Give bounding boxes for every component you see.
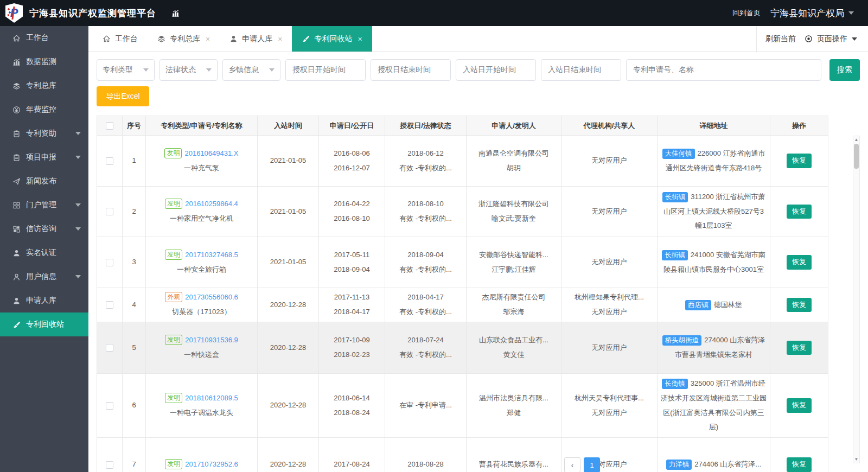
restore-button[interactable]: 恢复	[787, 341, 812, 355]
sidebar-item-label: 实名认证	[26, 248, 56, 258]
patent-number-link[interactable]: 201710327468.5	[185, 251, 238, 259]
row-checkbox[interactable]	[106, 402, 113, 410]
filter-input-keyword[interactable]: 专利申请号、名称	[626, 59, 821, 81]
legal-status: 有效 -专利权的...	[388, 212, 463, 226]
sidebar-item-新闻发布[interactable]: 新闻发布	[0, 169, 88, 193]
select-all-checkbox[interactable]	[106, 122, 113, 130]
applicant-cell: 杰尼斯有限责任公司邬宗海	[467, 288, 561, 322]
patent-cell: 发明201610649431.X一种充气泵	[146, 136, 258, 187]
table-wrap: 序号专利类型/申请号/专利名称入站时间申请日/公开日授权日/法律状态申请人/发明…	[97, 116, 860, 472]
sidebar-item-年费监控[interactable]: 年费监控	[0, 98, 88, 122]
scroll-down-arrow-icon[interactable]: ▼	[853, 456, 859, 463]
address-cell: 长街镇241000 安徽省芜湖市南陵县籍山镇市民服务中心3001室	[658, 237, 770, 288]
tab-工作台[interactable]: 工作台	[93, 26, 148, 52]
chevron-down-icon	[75, 132, 81, 135]
patent-number-link[interactable]: 201610259864.4	[185, 200, 238, 208]
scroll-up-arrow-icon[interactable]: ▲	[853, 136, 859, 143]
index-cell: 3	[123, 237, 146, 288]
agency: 杭州橙知果专利代理...	[565, 290, 654, 305]
patent-type-badge: 发明	[165, 393, 182, 403]
patent-number-link[interactable]: 201730556060.6	[185, 293, 238, 301]
pagination-page-button[interactable]: 1	[584, 457, 600, 472]
column-header: 序号	[123, 116, 146, 136]
restore-button[interactable]: 恢复	[787, 398, 812, 413]
back-to-home-link[interactable]: 回到首页	[732, 8, 761, 18]
filter-select-法律状态[interactable]: 法律状态	[159, 59, 218, 81]
tab-申请人库[interactable]: 申请人库×	[220, 26, 292, 52]
action-cell: 恢复	[770, 438, 828, 472]
filter-input-授权日结束时间[interactable]: 授权日结束时间	[371, 59, 451, 81]
user-menu[interactable]: 宁海县知识产权局	[770, 7, 854, 20]
sidebar-item-label: 数据监测	[26, 57, 56, 67]
close-icon[interactable]: ×	[358, 35, 362, 43]
restore-button[interactable]: 恢复	[787, 154, 812, 168]
patent-name: 切菜器（171023）	[149, 305, 254, 320]
town-badge: 西店镇	[685, 300, 711, 310]
column-header: 申请人/发明人	[467, 116, 561, 136]
radio-dot-icon	[805, 35, 813, 43]
page-operations-menu[interactable]: 页面操作	[805, 34, 857, 44]
sidebar-item-label: 门户管理	[26, 200, 56, 210]
sidebar-item-专利资助[interactable]: 专利资助	[0, 122, 88, 145]
patent-number-link[interactable]: 201810612089.5	[185, 394, 238, 402]
table-scrollbar[interactable]: ▲ ▼	[853, 136, 860, 463]
patent-type-badge: 发明	[165, 250, 182, 260]
filter-input-入站日开始时间[interactable]: 入站日开始时间	[456, 59, 536, 81]
layers-icon	[157, 35, 165, 43]
sidebar-item-实名认证[interactable]: 实名认证	[0, 241, 88, 265]
input-placeholder: 授权日结束时间	[378, 65, 431, 75]
town-badge: 长街镇	[662, 379, 688, 389]
sidebar-item-申请人库[interactable]: 申请人库	[0, 289, 88, 312]
patent-number-link[interactable]: 201610649431.X	[184, 149, 238, 157]
sidebar-item-门户管理[interactable]: 门户管理	[0, 193, 88, 217]
row-checkbox[interactable]	[106, 208, 113, 215]
restore-button[interactable]: 恢复	[787, 255, 812, 270]
row-checkbox[interactable]	[106, 157, 113, 165]
logo-dots-decoration	[8, 8, 11, 17]
close-icon[interactable]: ×	[278, 35, 282, 43]
export-excel-button[interactable]: 导出Excel	[97, 86, 149, 106]
sidebar-item-项目申报[interactable]: 项目申报	[0, 145, 88, 169]
user-icon	[229, 35, 238, 43]
applicant: 安徽邮谷快递智能科...	[470, 248, 558, 263]
sharer: 无对应用户	[565, 305, 654, 320]
sidebar-item-专利总库[interactable]: 专利总库	[0, 74, 88, 98]
entry-date-cell: 2020-12-28	[258, 374, 319, 438]
filter-input-授权日开始时间[interactable]: 授权日开始时间	[285, 59, 366, 81]
action-cell: 恢复	[770, 374, 828, 438]
tab-专利回收站[interactable]: 专利回收站×	[292, 26, 372, 52]
row-checkbox[interactable]	[106, 461, 113, 469]
sidebar-item-信访咨询[interactable]: 信访咨询	[0, 217, 88, 241]
close-icon[interactable]: ×	[206, 35, 210, 43]
apply-publish-cell: 2017-08-24	[319, 438, 385, 472]
filter-select-乡镇信息[interactable]: 乡镇信息	[222, 59, 280, 81]
patent-number-link[interactable]: 201710732952.6	[185, 460, 238, 468]
legal-status: 有效 -专利权的...	[388, 263, 463, 277]
patent-number-link[interactable]: 201710931536.9	[185, 336, 238, 344]
filter-input-入站日结束时间[interactable]: 入站日结束时间	[541, 59, 621, 81]
refresh-current-button[interactable]: 刷新当前	[765, 34, 796, 44]
sidebar-item-label: 专利总库	[26, 81, 56, 91]
pagination-prev-button[interactable]: ‹	[564, 457, 580, 472]
row-checkbox[interactable]	[106, 344, 113, 352]
row-checkbox[interactable]	[106, 301, 113, 309]
grant-status-cell: 2018-09-04有效 -专利权的...	[385, 237, 467, 288]
grid2-icon	[12, 225, 21, 233]
tab-bar: 工作台专利总库×申请人库×专利回收站× 刷新当前 页面操作	[88, 26, 868, 52]
inventor: 喻文武;贾新奎	[470, 212, 558, 226]
sidebar-item-数据监测[interactable]: 数据监测	[0, 50, 88, 74]
column-header: 入站时间	[258, 116, 319, 136]
tab-专利总库[interactable]: 专利总库×	[148, 26, 220, 52]
restore-button[interactable]: 恢复	[787, 457, 812, 472]
restore-button[interactable]: 恢复	[787, 205, 812, 219]
sidebar-item-用户信息[interactable]: 用户信息	[0, 265, 88, 289]
row-checkbox[interactable]	[106, 259, 113, 266]
filter-select-专利类型[interactable]: 专利类型	[97, 59, 155, 81]
sidebar-item-专利回收站[interactable]: 专利回收站	[0, 312, 88, 336]
grant-status-cell: 2018-08-28	[385, 438, 467, 472]
sidebar-item-工作台[interactable]: 工作台	[0, 26, 88, 50]
restore-button[interactable]: 恢复	[787, 298, 812, 312]
address-text: 德国林堡	[714, 301, 742, 309]
search-button[interactable]: 搜索	[829, 59, 860, 81]
scrollbar-thumb[interactable]	[854, 144, 859, 169]
